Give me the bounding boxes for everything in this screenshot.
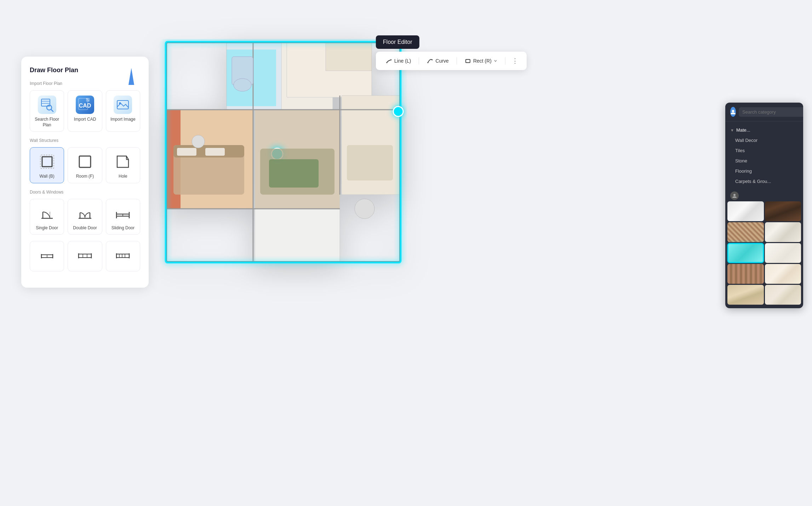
tool-import-image-label: Import Image xyxy=(110,117,136,122)
svg-point-49 xyxy=(428,62,429,63)
svg-point-69 xyxy=(393,107,403,116)
cad-icon: CAD xyxy=(76,96,94,114)
tool-room-label: Room (F) xyxy=(76,174,94,179)
expand-arrow-icon: ▼ xyxy=(730,128,734,132)
tool-window1[interactable] xyxy=(30,241,64,271)
tool-import-image[interactable]: Import Image xyxy=(106,90,140,132)
panel-title: Draw Floor Plan xyxy=(30,67,140,74)
tool-double-door[interactable]: Double Door xyxy=(68,199,102,235)
curve-label: Curve xyxy=(435,58,448,64)
category-mate[interactable]: ▼ Mate... xyxy=(725,125,803,135)
swatch-marble2[interactable] xyxy=(765,222,801,242)
svg-text:CAD: CAD xyxy=(79,103,91,109)
svg-point-48 xyxy=(390,59,391,61)
floor-editor-toolbar: Floor Editor Line (L) Curve Rect (R) xyxy=(376,35,527,70)
tool-double-door-label: Double Door xyxy=(73,225,97,231)
tool-import-cad[interactable]: CAD Import CAD xyxy=(68,90,102,132)
left-panel: Draw Floor Plan Import Floor Plan xyxy=(21,57,149,288)
line-icon xyxy=(386,58,392,64)
category-wall-decor[interactable]: Wall Decor xyxy=(725,135,803,145)
tool-wall[interactable]: Wall (B) xyxy=(30,147,64,183)
svg-rect-35 xyxy=(79,254,91,258)
category-flooring-label: Flooring xyxy=(735,168,752,174)
tool-search-floor-plan[interactable]: Search Floor Plan xyxy=(30,90,64,132)
windows-tools-grid xyxy=(30,241,140,271)
svg-rect-27 xyxy=(116,214,123,216)
category-stone[interactable]: Stone xyxy=(725,156,803,166)
category-carpets[interactable]: Carpets & Grou... xyxy=(725,176,803,186)
tool-search-fp-label: Search Floor Plan xyxy=(33,117,61,128)
import-img-icon xyxy=(114,96,132,114)
svg-point-82 xyxy=(732,110,734,113)
tool-room[interactable]: Room (F) xyxy=(68,147,102,183)
swatch-herringbone[interactable] xyxy=(727,222,764,242)
svg-rect-28 xyxy=(123,214,129,216)
swatch-cyan-selected[interactable] xyxy=(727,243,764,263)
svg-rect-61 xyxy=(255,209,340,262)
curve-icon xyxy=(427,58,433,64)
import-tools-grid: Search Floor Plan CAD xyxy=(30,90,140,132)
more-options-button[interactable]: ⋮ xyxy=(508,54,522,67)
svg-point-78 xyxy=(234,79,251,91)
tool-hole[interactable]: Hole xyxy=(106,147,140,183)
tool-hole-label: Hole xyxy=(119,174,127,179)
tool-rect[interactable]: Rect (R) xyxy=(460,55,502,67)
category-mate-label: Mate... xyxy=(736,127,750,133)
window3-icon xyxy=(114,246,132,265)
tool-window3[interactable] xyxy=(106,241,140,271)
category-list: ▼ Mate... Wall Decor Tiles Stone Floorin… xyxy=(725,121,803,190)
right-panel-materials: ▼ Mate... Wall Decor Tiles Stone Floorin… xyxy=(725,103,803,308)
single-door-icon xyxy=(38,204,56,223)
svg-point-81 xyxy=(355,199,374,219)
tool-single-door[interactable]: Single Door xyxy=(30,199,64,235)
toolbar-divider-3 xyxy=(505,57,505,64)
svg-point-87 xyxy=(733,194,736,196)
tool-curve[interactable]: Curve xyxy=(422,55,453,67)
swatch-parquet[interactable] xyxy=(727,264,764,284)
svg-rect-51 xyxy=(466,59,470,63)
chevron-down-icon xyxy=(494,59,497,63)
line-label: Line (L) xyxy=(394,58,411,64)
svg-marker-16 xyxy=(117,156,128,167)
tool-line[interactable]: Line (L) xyxy=(381,55,416,67)
rect-label: Rect (R) xyxy=(473,58,492,64)
nav-pin xyxy=(128,68,134,86)
swatch-light-stone[interactable] xyxy=(765,285,801,305)
swatch-dark-wood[interactable] xyxy=(765,201,801,221)
window1-icon xyxy=(38,246,56,265)
toolbar-tools: Line (L) Curve Rect (R) ⋮ xyxy=(376,52,527,70)
wall-section-label: Wall Structures xyxy=(30,138,140,143)
swatch-beige-wood[interactable] xyxy=(727,285,764,305)
svg-rect-79 xyxy=(347,145,393,180)
tool-import-cad-label: Import CAD xyxy=(74,117,96,122)
tool-sliding-door-label: Sliding Door xyxy=(111,225,135,231)
svg-rect-73 xyxy=(177,148,196,156)
hole-icon xyxy=(114,153,132,171)
svg-rect-0 xyxy=(38,96,56,114)
materials-swatches-grid xyxy=(725,201,803,308)
swatch-cream[interactable] xyxy=(765,264,801,284)
floor-plan-3d xyxy=(152,39,407,272)
search-fp-icon xyxy=(38,96,56,114)
material-search-input[interactable] xyxy=(739,107,803,117)
swatch-light-tile[interactable] xyxy=(765,243,801,263)
category-tiles[interactable]: Tiles xyxy=(725,145,803,156)
svg-point-80 xyxy=(192,135,205,148)
category-carpets-label: Carpets & Grou... xyxy=(735,179,771,184)
tool-window2[interactable] xyxy=(68,241,102,271)
user-avatar-icon[interactable] xyxy=(730,107,736,117)
rect-icon xyxy=(465,58,471,64)
sliding-door-icon xyxy=(114,204,132,223)
category-stone-label: Stone xyxy=(735,158,747,163)
tool-sliding-door[interactable]: Sliding Door xyxy=(106,199,140,235)
svg-rect-10 xyxy=(114,96,132,114)
right-panel-header xyxy=(725,103,803,121)
toolbar-divider-2 xyxy=(457,57,457,64)
svg-rect-40 xyxy=(116,254,129,258)
svg-point-47 xyxy=(386,62,387,63)
category-flooring[interactable]: Flooring xyxy=(725,166,803,176)
wall-icon xyxy=(38,153,56,171)
import-section-label: Import Floor Plan xyxy=(30,81,140,86)
swatch-white-marble[interactable] xyxy=(727,201,764,221)
category-tiles-label: Tiles xyxy=(735,148,745,153)
